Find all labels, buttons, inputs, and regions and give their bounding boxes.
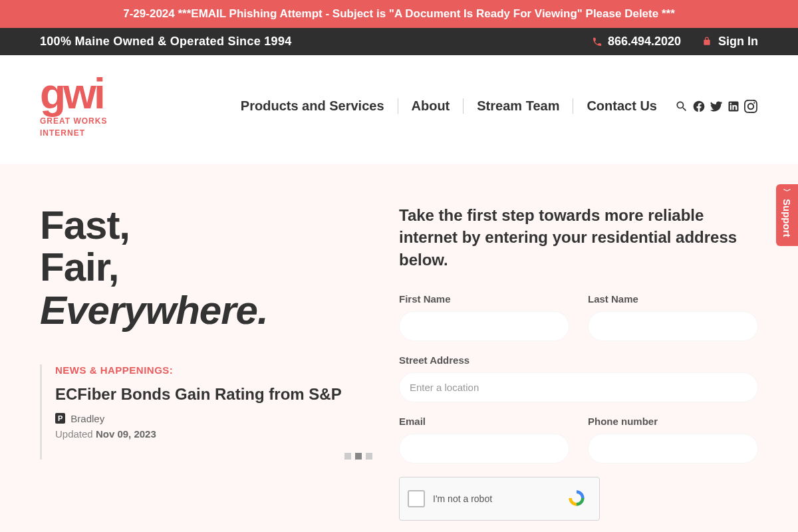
recaptcha-checkbox[interactable] [408, 490, 425, 507]
signin-text: Sign In [718, 35, 758, 49]
linkedin-icon[interactable] [726, 99, 741, 114]
nav-about[interactable]: About [398, 98, 464, 114]
hero-line3: Everywhere. [40, 289, 372, 331]
email-field: Email [399, 416, 569, 464]
hero-line2: Fair, [40, 245, 118, 289]
email-input[interactable] [399, 434, 569, 464]
phone-field: Phone number [588, 416, 758, 464]
carousel-dot-3[interactable] [366, 453, 372, 460]
logo-mark: gwi [40, 75, 107, 114]
first-name-field: First Name [399, 293, 569, 341]
support-tab[interactable]: ︿ Support [776, 184, 798, 247]
street-input[interactable] [399, 372, 758, 402]
last-name-label: Last Name [588, 293, 758, 305]
email-label: Email [399, 416, 569, 427]
logo[interactable]: gwi GREAT WORKS INTERNET [40, 75, 107, 138]
nav-contact[interactable]: Contact Us [573, 98, 670, 114]
twitter-icon[interactable] [709, 99, 724, 114]
hero-line1: Fast, [40, 203, 130, 247]
form-title: Take the first step towards more reliabl… [399, 204, 758, 271]
nav-products[interactable]: Products and Services [227, 98, 398, 114]
last-name-input[interactable] [588, 311, 758, 341]
news-headline[interactable]: ECFiber Bonds Gain Rating from S&P [55, 385, 372, 404]
recaptcha-widget: I'm not a robot [399, 477, 600, 521]
news-author: Bradley [70, 413, 104, 424]
last-name-field: Last Name [588, 293, 758, 341]
nav-stream[interactable]: Stream Team [464, 98, 573, 114]
first-name-label: First Name [399, 293, 569, 305]
facebook-icon[interactable] [692, 99, 706, 114]
phone-input[interactable] [588, 434, 758, 464]
phone-text: 866.494.2020 [608, 35, 681, 49]
hero-headline: Fast, Fair, Everywhere. [40, 204, 372, 331]
news-meta: P Bradley [55, 413, 372, 424]
carousel-dots [55, 453, 372, 460]
carousel-dot-1[interactable] [344, 453, 351, 460]
support-tab-label: Support [781, 199, 793, 237]
recaptcha-logo-icon [562, 484, 591, 513]
logo-sub2: INTERNET [40, 128, 107, 138]
carousel-dot-2[interactable] [355, 453, 362, 460]
instagram-icon[interactable] [743, 99, 758, 114]
lock-icon [702, 37, 713, 47]
first-name-input[interactable] [399, 311, 569, 341]
search-icon[interactable] [674, 99, 689, 114]
news-updated: Updated Nov 09, 2023 [55, 428, 372, 440]
hero-section: Fast, Fair, Everywhere. NEWS & HAPPENING… [0, 164, 798, 532]
news-label: NEWS & HAPPENINGS: [55, 364, 372, 376]
phone-link[interactable]: 866.494.2020 [592, 35, 681, 49]
street-field: Street Address [399, 354, 758, 402]
recaptcha-label: I'm not a robot [433, 493, 554, 504]
main-header: gwi GREAT WORKS INTERNET Products and Se… [0, 55, 798, 164]
news-block: NEWS & HAPPENINGS: ECFiber Bonds Gain Ra… [40, 364, 372, 460]
phone-icon [592, 37, 602, 47]
tagline: 100% Maine Owned & Operated Since 1994 [40, 35, 292, 49]
main-nav: Products and Services About Stream Team … [227, 98, 758, 114]
street-label: Street Address [399, 354, 758, 366]
announcement-bar: 7-29-2024 ***EMAIL Phishing Attempt - Su… [0, 0, 798, 28]
signin-link[interactable]: Sign In [702, 35, 758, 49]
info-bar: 100% Maine Owned & Operated Since 1994 8… [0, 28, 798, 55]
phone-label: Phone number [588, 416, 758, 427]
author-badge: P [55, 413, 65, 424]
logo-sub1: GREAT WORKS [40, 116, 107, 126]
